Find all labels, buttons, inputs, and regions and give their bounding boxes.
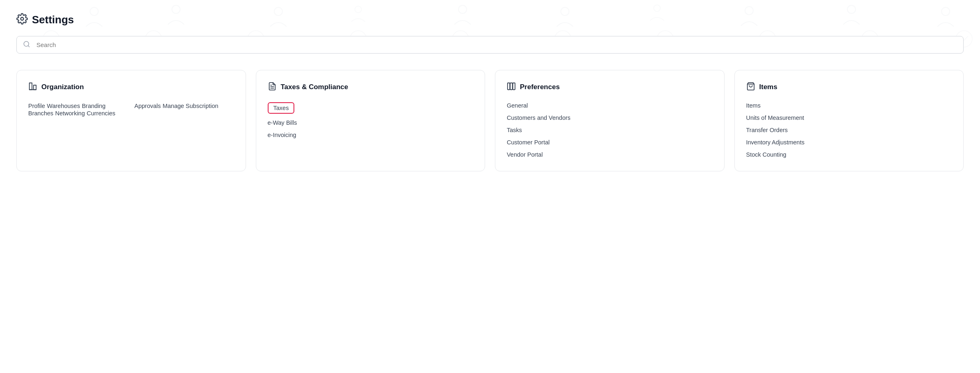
organization-card-header: Organization bbox=[28, 82, 234, 92]
preferences-card-title: Preferences bbox=[520, 83, 560, 92]
svg-point-4 bbox=[458, 5, 467, 13]
sliders-icon bbox=[507, 82, 516, 92]
vendor-portal-link[interactable]: Vendor Portal bbox=[507, 151, 713, 158]
organization-card-title: Organization bbox=[41, 83, 84, 92]
page-title: Settings bbox=[32, 13, 74, 26]
preferences-links: General Customers and Vendors Tasks Cust… bbox=[507, 102, 713, 158]
svg-point-6 bbox=[654, 5, 660, 11]
preferences-card-header: Preferences bbox=[507, 82, 713, 92]
building-icon bbox=[28, 82, 37, 92]
svg-rect-29 bbox=[513, 83, 515, 90]
stock-counting-link[interactable]: Stock Counting bbox=[746, 151, 952, 158]
warehouses-link[interactable]: Warehouses bbox=[47, 103, 80, 109]
networking-link[interactable]: Networking bbox=[55, 110, 85, 117]
items-card: Items Items Units of Measurement Transfe… bbox=[734, 70, 964, 171]
svg-rect-27 bbox=[508, 83, 510, 90]
taxes-card-header: Taxes & Compliance bbox=[268, 82, 474, 92]
svg-line-22 bbox=[28, 45, 29, 47]
svg-rect-24 bbox=[34, 85, 36, 90]
page-header: Settings bbox=[16, 13, 964, 26]
profile-link[interactable]: Profile bbox=[28, 103, 45, 109]
taxes-compliance-card: Taxes & Compliance Taxes e-Way Bills e-I… bbox=[256, 70, 485, 171]
currencies-link[interactable]: Currencies bbox=[87, 110, 115, 117]
shopping-bag-icon bbox=[746, 82, 755, 92]
branding-link[interactable]: Branding bbox=[82, 103, 106, 109]
eway-bills-link[interactable]: e-Way Bills bbox=[268, 119, 297, 126]
items-links: Items Units of Measurement Transfer Orde… bbox=[746, 102, 952, 158]
svg-point-3 bbox=[355, 6, 361, 13]
svg-point-1 bbox=[172, 5, 180, 13]
inventory-adjustments-link[interactable]: Inventory Adjustments bbox=[746, 139, 952, 146]
general-link[interactable]: General bbox=[507, 102, 713, 109]
einvoicing-link[interactable]: e-Invoicing bbox=[268, 132, 296, 138]
approvals-link[interactable]: Approvals bbox=[134, 103, 160, 109]
document-tax-icon bbox=[268, 82, 277, 92]
taxes-link[interactable]: Taxes bbox=[268, 102, 295, 114]
svg-rect-28 bbox=[510, 83, 513, 90]
svg-rect-23 bbox=[29, 83, 32, 90]
search-bar bbox=[16, 36, 964, 54]
background-pattern bbox=[0, 0, 980, 373]
customers-vendors-link[interactable]: Customers and Vendors bbox=[507, 115, 713, 121]
organization-links: Profile Warehouses Branding Branches Net… bbox=[28, 102, 234, 117]
manage-subscription-link[interactable]: Manage Subscription bbox=[163, 103, 218, 109]
branches-link[interactable]: Branches bbox=[28, 110, 53, 117]
org-col2: Approvals Manage Subscription bbox=[134, 102, 234, 117]
items-card-header: Items bbox=[746, 82, 952, 92]
transfer-orders-link[interactable]: Transfer Orders bbox=[746, 127, 952, 133]
search-input[interactable] bbox=[16, 36, 964, 54]
cards-grid: Organization Profile Warehouses Branding… bbox=[16, 70, 964, 171]
taxes-links: Taxes e-Way Bills e-Invoicing bbox=[268, 102, 474, 138]
settings-gear-icon bbox=[16, 13, 28, 26]
search-icon bbox=[23, 40, 30, 49]
preferences-card: Preferences General Customers and Vendor… bbox=[495, 70, 725, 171]
items-card-title: Items bbox=[759, 83, 777, 92]
taxes-card-title: Taxes & Compliance bbox=[281, 83, 348, 92]
organization-card: Organization Profile Warehouses Branding… bbox=[16, 70, 246, 171]
tasks-link[interactable]: Tasks bbox=[507, 127, 713, 133]
items-link[interactable]: Items bbox=[746, 102, 952, 109]
customer-portal-link[interactable]: Customer Portal bbox=[507, 139, 713, 146]
svg-point-20 bbox=[21, 18, 24, 20]
units-of-measurement-link[interactable]: Units of Measurement bbox=[746, 115, 952, 121]
org-col1: Profile Warehouses Branding Branches Net… bbox=[28, 102, 128, 117]
svg-point-8 bbox=[847, 5, 856, 13]
